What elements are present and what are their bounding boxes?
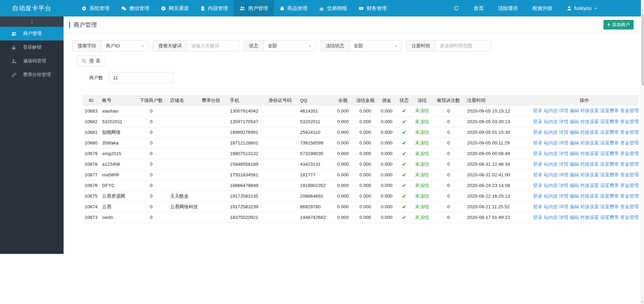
action-api-settings[interactable]: 对接设置	[580, 108, 599, 113]
freeze-status-link[interactable]: 未冻结	[415, 130, 429, 135]
action-api-settings[interactable]: 对接设置	[580, 172, 599, 177]
action-login[interactable]: 登录	[533, 108, 542, 113]
freeze-status-link[interactable]: 未冻结	[415, 151, 429, 156]
freeze-status-select[interactable]: 全部▼	[350, 40, 401, 51]
action-detail[interactable]: 详情	[559, 108, 568, 113]
action-set-rate[interactable]: 设置费率	[600, 194, 619, 199]
nav-item-gateway[interactable]: P网关通道	[155, 0, 195, 16]
user-menu[interactable]: fuxkyou	[567, 5, 598, 11]
action-detail[interactable]: 详情	[559, 130, 568, 135]
freeze-status-link[interactable]: 未冻结	[415, 140, 429, 145]
freeze-status-link[interactable]: 未冻结	[415, 108, 429, 113]
action-site-message[interactable]: 站内信	[544, 183, 558, 188]
action-api-settings[interactable]: 对接设置	[580, 183, 599, 188]
action-edit[interactable]: 编辑	[570, 194, 579, 199]
freeze-status-link[interactable]: 未冻结	[415, 119, 429, 124]
freeze-status-link[interactable]: 未冻结	[415, 194, 429, 199]
scrollbar-up-icon[interactable]: ▲	[641, 9, 644, 11]
vertical-scrollbar[interactable]: ▲ ▼	[641, 0, 644, 304]
add-merchant-button[interactable]: + 添加商户	[603, 20, 634, 30]
action-site-message[interactable]: 站内信	[544, 172, 558, 177]
action-funds-management[interactable]: 资金管理	[620, 151, 639, 156]
nav-item-finance[interactable]: 财务管理	[353, 0, 392, 16]
action-api-settings[interactable]: 对接设置	[580, 194, 599, 199]
action-funds-management[interactable]: 资金管理	[620, 140, 639, 145]
nav-item-goods[interactable]: 商品管理	[274, 0, 313, 16]
action-funds-management[interactable]: 资金管理	[620, 194, 639, 199]
search-keyword-input[interactable]	[187, 40, 239, 51]
action-funds-management[interactable]: 资金管理	[620, 162, 639, 167]
nav-link-home[interactable]: 首页	[474, 5, 484, 12]
action-funds-management[interactable]: 资金管理	[620, 108, 639, 113]
sidebar-item-rate-group-management[interactable]: 费率分组管理	[0, 68, 64, 82]
freeze-status-link[interactable]: 未冻结	[415, 204, 429, 209]
action-login[interactable]: 登录	[533, 215, 542, 220]
action-site-message[interactable]: 站内信	[544, 151, 558, 156]
action-edit[interactable]: 编辑	[570, 183, 579, 188]
nav-item-wechat[interactable]: 微信管理	[115, 0, 155, 16]
search-field-select[interactable]: 商户ID▼	[102, 40, 148, 51]
nav-item-system[interactable]: 系统管理	[76, 0, 115, 16]
action-set-rate[interactable]: 设置费率	[600, 183, 619, 188]
action-edit[interactable]: 编辑	[570, 162, 579, 167]
action-edit[interactable]: 编辑	[570, 204, 579, 209]
action-set-rate[interactable]: 设置费率	[600, 172, 619, 177]
action-funds-management[interactable]: 资金管理	[620, 130, 639, 135]
action-site-message[interactable]: 站内信	[544, 140, 558, 145]
action-funds-management[interactable]: 资金管理	[620, 172, 639, 177]
refresh-icon[interactable]	[454, 5, 459, 11]
action-api-settings[interactable]: 对接设置	[580, 130, 599, 135]
action-login[interactable]: 登录	[533, 162, 542, 167]
action-detail[interactable]: 详情	[559, 215, 568, 220]
action-login[interactable]: 登录	[533, 194, 542, 199]
register-time-input[interactable]	[436, 40, 491, 51]
action-funds-management[interactable]: 资金管理	[620, 215, 639, 220]
action-site-message[interactable]: 站内信	[544, 215, 558, 220]
action-set-rate[interactable]: 设置费率	[600, 119, 619, 124]
freeze-status-link[interactable]: 未冻结	[415, 162, 429, 167]
action-detail[interactable]: 详情	[559, 151, 568, 156]
action-site-message[interactable]: 站内信	[544, 194, 558, 199]
action-edit[interactable]: 编辑	[570, 172, 579, 177]
action-api-settings[interactable]: 对接设置	[580, 204, 599, 209]
sidebar-item-merchant-management[interactable]: 商户管理	[0, 27, 64, 40]
action-api-settings[interactable]: 对接设置	[580, 140, 599, 145]
action-detail[interactable]: 详情	[559, 183, 568, 188]
sidebar-item-invite-code-management[interactable]: 邀请码管理	[0, 54, 64, 68]
action-login[interactable]: 登录	[533, 204, 542, 209]
action-login[interactable]: 登录	[533, 140, 542, 145]
scrollbar-down-icon[interactable]: ▼	[641, 301, 644, 303]
nav-item-user-management[interactable]: 用户管理	[234, 0, 274, 16]
action-edit[interactable]: 编辑	[570, 108, 579, 113]
action-detail[interactable]: 详情	[559, 172, 568, 177]
action-edit[interactable]: 编辑	[570, 140, 579, 145]
action-detail[interactable]: 详情	[559, 204, 568, 209]
action-site-message[interactable]: 站内信	[544, 119, 558, 124]
action-set-rate[interactable]: 设置费率	[600, 140, 619, 145]
action-set-rate[interactable]: 设置费率	[600, 130, 619, 135]
action-site-message[interactable]: 站内信	[544, 108, 558, 113]
action-site-message[interactable]: 站内信	[544, 204, 558, 209]
action-set-rate[interactable]: 设置费率	[600, 162, 619, 167]
action-funds-management[interactable]: 资金管理	[620, 183, 639, 188]
action-detail[interactable]: 详情	[559, 194, 568, 199]
freeze-status-link[interactable]: 未冻结	[415, 215, 429, 220]
action-set-rate[interactable]: 设置费率	[600, 204, 619, 209]
nav-item-trade-detail[interactable]: 交易明细	[313, 0, 353, 16]
status-select[interactable]: 全部▼	[264, 40, 315, 51]
action-detail[interactable]: 详情	[559, 140, 568, 145]
action-detail[interactable]: 详情	[559, 119, 568, 124]
nav-link-check-upgrade[interactable]: 检测升级	[532, 5, 552, 12]
action-login[interactable]: 登录	[533, 119, 542, 124]
action-login[interactable]: 登录	[533, 130, 542, 135]
action-funds-management[interactable]: 资金管理	[620, 119, 639, 124]
nav-item-content[interactable]: 内容管理	[195, 0, 234, 16]
action-api-settings[interactable]: 对接设置	[580, 162, 599, 167]
action-funds-management[interactable]: 资金管理	[620, 204, 639, 209]
sidebar-item-login-unlock[interactable]: 登录解锁	[0, 40, 64, 54]
action-set-rate[interactable]: 设置费率	[600, 215, 619, 220]
nav-link-clear-cache[interactable]: 清除缓存	[498, 5, 518, 12]
freeze-status-link[interactable]: 未冻结	[415, 172, 429, 177]
action-site-message[interactable]: 站内信	[544, 130, 558, 135]
action-set-rate[interactable]: 设置费率	[600, 108, 619, 113]
